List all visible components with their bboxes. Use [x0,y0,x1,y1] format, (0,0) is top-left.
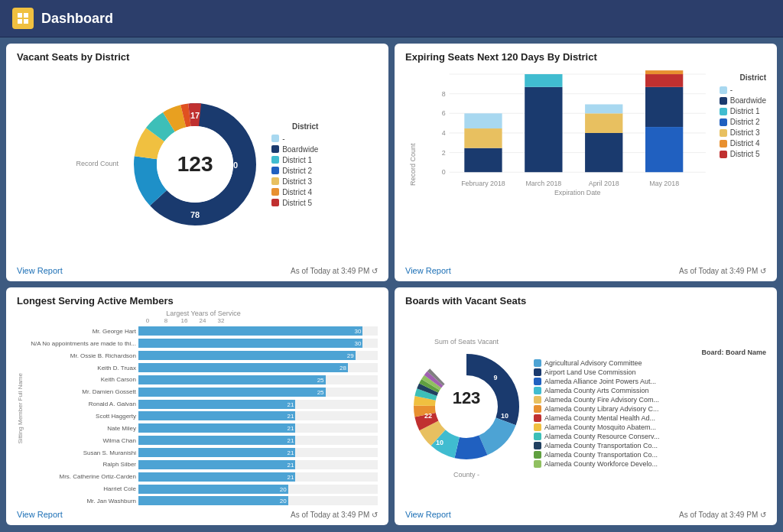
member-bar-wrap: 25 [138,375,378,384]
member-bar: 25 [138,375,326,384]
member-bar-wrap: 20 [138,485,378,494]
svg-text:6: 6 [442,109,446,117]
view-report-boards[interactable]: View Report [405,510,451,519]
card-longest-serving: Longest Serving Active Members Sitting M… [6,287,388,525]
member-bar-wrap: 29 [138,351,378,360]
member-bar-wrap: 21 [138,460,378,469]
card-title-boards: Boards with Vacant Seats [405,295,766,307]
member-bar-value: 20 [280,498,287,504]
member-bar-value: 21 [288,461,294,468]
member-bar: 20 [138,485,288,494]
member-bar-value: 21 [288,473,294,480]
member-bar: 20 [138,496,288,505]
member-row: Keith D. Truax28 [29,363,378,372]
member-row: Nate Miley21 [29,423,378,433]
member-row: Ronald A. Galvan21 [29,400,378,409]
view-report-expiring[interactable]: View Report [405,266,451,275]
member-bar-wrap: 30 [138,326,378,336]
svg-text:9: 9 [493,374,497,381]
member-bar-value: 25 [317,376,324,383]
member-row: Susan S. Muranishi21 [29,448,378,457]
member-bar: 21 [138,460,295,469]
svg-text:March 2018: March 2018 [525,180,561,187]
member-name-label: Mr. Jan Washburn [29,498,136,504]
member-name-label: Wilma Chan [29,437,136,444]
member-bar: 21 [138,448,295,457]
member-bar-value: 28 [340,365,346,371]
svg-text:4: 4 [442,129,446,137]
member-bar-wrap: 21 [138,448,378,457]
member-bar: 21 [138,411,295,420]
member-bar-wrap: 28 [138,363,378,372]
svg-rect-2 [18,19,22,24]
member-bar-wrap: 21 [138,472,378,482]
legend-title-expiring: District [720,73,766,82]
dashboard-grid: Vacant Seats by District Record Count [0,37,783,531]
card-title-serving: Longest Serving Active Members [17,295,378,307]
svg-text:10: 10 [436,439,443,446]
view-report-serving[interactable]: View Report [17,510,63,519]
svg-text:10: 10 [229,161,238,170]
member-row: Mr. Damien Gossett25 [29,388,378,397]
view-report-vacant[interactable]: View Report [17,266,63,275]
header-icon [12,8,34,29]
svg-rect-30 [464,113,502,128]
svg-rect-34 [585,113,622,133]
member-name-label: Keith D. Truax [29,365,136,371]
legend-expiring: District - Boardwide District 1 District… [720,73,766,263]
svg-text:0: 0 [442,168,446,176]
legend-vacant: District - Boardwide District 1 District… [271,122,318,207]
member-row: Keith Carson25 [29,375,378,384]
svg-rect-38 [645,70,683,74]
x-axis-label-serving: Largest Years of Service [29,310,378,317]
member-name-label: Keith Carson [29,376,136,383]
donut-total: 123 [177,152,213,177]
member-bar-value: 21 [288,425,294,432]
y-axis-label-expiring: Record Count [409,66,417,263]
member-bar-value: 30 [355,340,362,347]
member-name-label: Mr. Damien Gossett [29,388,136,395]
member-bar-wrap: 21 [138,436,378,445]
member-bar-value: 25 [317,388,324,395]
member-bar-value: 21 [288,413,294,420]
as-of-vacant: As of Today at 3:49 PM ↺ [291,267,378,275]
svg-rect-33 [585,133,622,172]
card-boards-vacant: Boards with Vacant Seats Sum of Seats Va… [395,287,777,525]
svg-rect-31 [525,87,562,172]
header: Dashboard [0,0,783,37]
card-title-vacant: Vacant Seats by District [17,51,378,63]
donut-chart-boards: 123 9 10 10 22 [405,345,528,468]
svg-rect-28 [464,148,502,173]
member-row: Harriet Cole20 [29,485,378,494]
as-of-serving: As of Today at 3:49 PM ↺ [291,511,378,519]
svg-text:78: 78 [190,210,200,219]
as-of-expiring: As of Today at 3:49 PM ↺ [679,267,766,275]
svg-text:2: 2 [442,149,446,157]
svg-rect-32 [525,74,562,87]
member-row: Mr. Ossie B. Richardson29 [29,351,378,360]
svg-rect-37 [645,74,683,87]
member-bar: 21 [138,436,295,445]
boards-legend: Agricultural Advisory Committee Airport … [534,359,766,468]
donut-chart-vacant: 17 10 7 6 78 123 [126,96,264,233]
member-bar: 21 [138,472,295,482]
member-bar-value: 21 [288,401,294,407]
member-bar-value: 29 [347,352,354,359]
member-name-label: N/A No appointments are made to thi... [29,340,136,347]
member-row: Ralph Silber21 [29,460,378,469]
member-name-label: Ronald A. Galvan [29,401,136,407]
svg-text:8: 8 [442,90,446,98]
svg-rect-0 [18,13,22,18]
member-row: Wilma Chan21 [29,436,378,445]
as-of-boards: As of Today at 3:49 PM ↺ [679,511,766,519]
member-bar: 30 [138,326,362,336]
svg-rect-39 [645,127,683,172]
member-name-label: Ralph Silber [29,461,136,468]
member-row: Scott Haggerty21 [29,411,378,420]
svg-text:6: 6 [161,161,165,170]
svg-text:17: 17 [190,111,200,120]
svg-text:April 2018: April 2018 [589,180,619,187]
member-bar-value: 30 [355,328,362,335]
svg-text:May 2018: May 2018 [649,180,679,187]
svg-text:10: 10 [501,412,508,420]
